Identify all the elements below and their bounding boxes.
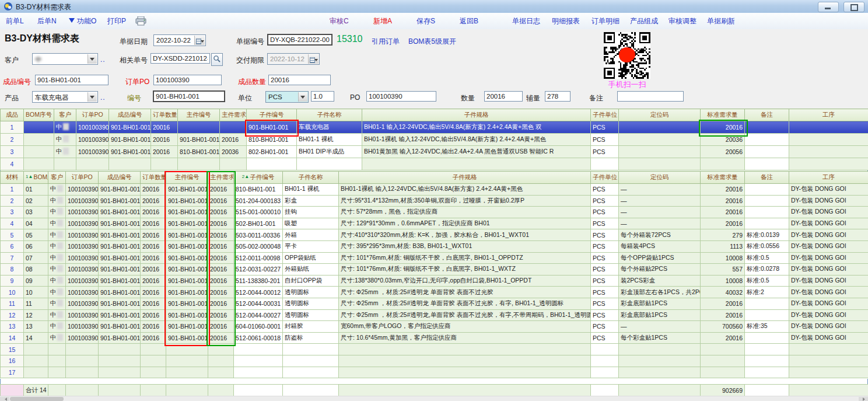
grid-cell[interactable] <box>1 385 24 396</box>
column-header[interactable]: 客户 <box>54 109 76 121</box>
grid-cell[interactable]: 封箱胶 <box>283 321 339 333</box>
column-header[interactable]: 2▲子件编号 <box>234 172 283 184</box>
grid-cell[interactable] <box>339 367 591 378</box>
grid-cell[interactable]: 16 <box>1 355 24 367</box>
column-header[interactable]: 主件需求量 <box>220 109 247 121</box>
grid-cell[interactable]: 10008 <box>701 252 745 264</box>
nav-detail-report[interactable]: 明细报表 <box>552 13 580 29</box>
grid-cell[interactable] <box>591 158 619 170</box>
scrollbar-thumb[interactable] <box>10 397 64 401</box>
grid-cell[interactable]: 11 <box>1 298 24 309</box>
grid-cell[interactable] <box>24 121 54 134</box>
grid-cell[interactable]: 3 <box>1 207 24 218</box>
grid-cell[interactable] <box>619 121 701 134</box>
grid-cell[interactable]: 20016 <box>141 332 166 344</box>
grid-cell[interactable]: 20016 <box>701 309 745 321</box>
grid-cell[interactable]: 100100390 <box>66 218 99 229</box>
grid-cell[interactable]: PCS <box>591 321 619 333</box>
grid-cell[interactable]: 20016 <box>208 298 234 309</box>
grid-cell[interactable] <box>619 367 701 378</box>
grid-cell[interactable]: 中 <box>48 264 66 276</box>
grid-cell[interactable]: 100100390 <box>66 240 99 252</box>
grid-cell[interactable] <box>166 344 208 355</box>
grid-cell[interactable]: 901-BH01-001 <box>99 207 141 218</box>
grid-cell[interactable] <box>619 385 701 396</box>
grid-cell[interactable] <box>141 344 166 355</box>
grid-cell[interactable]: 自封口OPP袋 <box>283 275 339 287</box>
grid-cell[interactable]: 20016 <box>220 134 247 146</box>
grid-cell[interactable] <box>362 158 591 170</box>
grid-cell[interactable] <box>178 121 220 134</box>
grid-cell[interactable] <box>619 158 701 170</box>
grid-cell[interactable]: 标准:0.0556 <box>745 240 789 252</box>
grid-cell[interactable] <box>234 385 283 396</box>
table-row[interactable]: 606中100100390901-BH01-00120016901-BH01-0… <box>1 240 868 252</box>
grid-cell[interactable] <box>178 158 220 170</box>
grid-cell[interactable]: 901-BH01-001 <box>166 218 208 229</box>
grid-cell[interactable]: DY-包装 DONG GOI <box>789 218 868 229</box>
grid-cell[interactable] <box>591 385 619 396</box>
grid-cell[interactable]: 20016 <box>141 309 166 321</box>
grid-cell[interactable] <box>66 385 99 396</box>
grid-cell[interactable]: PCS <box>591 309 619 321</box>
grid-cell[interactable] <box>24 146 54 158</box>
grid-cell[interactable]: DY-包装 DONG GOI <box>789 252 868 264</box>
grid-cell[interactable]: 20016 <box>141 207 166 218</box>
grid-cell[interactable]: 每个外箱贴2PCS <box>619 264 701 276</box>
column-header[interactable]: 成品 <box>1 109 24 121</box>
table-row[interactable]: 3中100100390901-BH01-00120016810-BH01-001… <box>1 146 868 158</box>
calendar-dropdown-icon[interactable] <box>194 36 205 45</box>
grid-cell[interactable]: 901-BH01-001 <box>99 195 141 207</box>
grid-cell[interactable]: 尺寸: Φ25mm ，材质:25#透明龙,单面背胶 表面不过光胶，有字,不带周期… <box>339 309 591 321</box>
grid-cell[interactable] <box>789 146 868 158</box>
grid-cell[interactable]: 901-BH01-001 <box>166 207 208 218</box>
grid-cell[interactable]: 9 <box>1 275 24 287</box>
column-header[interactable]: 主件编号 <box>178 109 220 121</box>
grid-cell[interactable]: 中 <box>48 184 66 196</box>
grid-cell[interactable]: 901-BH01-001 <box>99 321 141 333</box>
grid-cell[interactable]: 901-BH01-001 <box>166 287 208 298</box>
grid-cell[interactable]: 902669 <box>701 385 745 396</box>
printer-icon[interactable] <box>135 16 146 28</box>
grid-cell[interactable]: 901-BH01-001 <box>166 321 208 333</box>
column-header[interactable]: 子件编号 <box>247 109 297 121</box>
grid-cell[interactable] <box>745 207 789 218</box>
grid-cell[interactable]: 06 <box>24 240 48 252</box>
grid-cell[interactable]: 901-BH01-001 <box>99 264 141 276</box>
grid-cell[interactable]: 中 <box>48 298 66 309</box>
grid-cell[interactable]: 中 <box>48 309 66 321</box>
grid-cell[interactable]: 4 <box>1 218 24 229</box>
grid-cell[interactable]: 17 <box>1 367 24 378</box>
grid-cell[interactable] <box>789 158 868 170</box>
column-header[interactable]: 子件规格 <box>362 109 591 121</box>
grid-cell[interactable] <box>48 355 66 367</box>
grid-cell[interactable] <box>283 355 339 367</box>
nav-product-composition[interactable]: 产品组成 <box>630 13 658 29</box>
grid-cell[interactable]: PCS <box>591 184 619 196</box>
grid-cell[interactable]: 100100390 <box>76 146 109 158</box>
grid-cell[interactable]: 5 <box>1 229 24 241</box>
grid-cell[interactable] <box>208 367 234 378</box>
grid-cell[interactable]: BH01-1裸机 输入12-24VDC,输出5V/4.8A(新方案) 2.4+2… <box>339 184 591 196</box>
grid-cell[interactable]: 每箱装4PCS <box>619 240 701 252</box>
column-header[interactable]: 子件名称 <box>297 109 362 121</box>
grid-cell[interactable] <box>745 134 789 146</box>
grid-cell[interactable]: 901-BH01-001 <box>247 121 297 134</box>
table-row[interactable]: 505中100100390901-BH01-00120016901-BH01-0… <box>1 229 868 241</box>
grid-cell[interactable]: 中 <box>48 240 66 252</box>
grid-cell[interactable]: 中 <box>54 121 76 134</box>
code-field[interactable] <box>153 90 225 102</box>
grid-cell[interactable]: 20016 <box>208 252 234 264</box>
grid-cell[interactable]: 20016 <box>208 229 234 241</box>
grid-cell[interactable]: 512-0044-00031 <box>234 298 283 309</box>
order-po-field[interactable] <box>153 75 222 85</box>
grid-cell[interactable]: 901-BH01-001 <box>166 252 208 264</box>
grid-cell[interactable]: DY-包装 DONG GOI <box>789 264 868 276</box>
grid-cell[interactable]: 20016 <box>141 229 166 241</box>
table-row[interactable]: 909中100100390901-BH01-00120016901-BH01-0… <box>1 275 868 287</box>
table-row[interactable]: 1313中100100390901-BH01-00120016901-BH01-… <box>1 321 868 333</box>
grid-cell[interactable] <box>208 344 234 355</box>
product-more-button[interactable]: .. <box>100 93 106 102</box>
grid-cell[interactable]: 20016 <box>151 121 178 134</box>
grid-cell[interactable] <box>220 121 247 134</box>
